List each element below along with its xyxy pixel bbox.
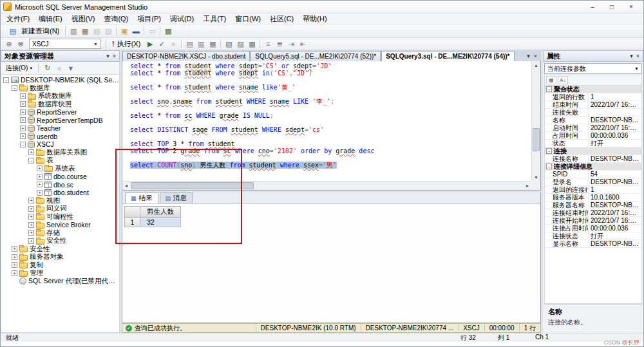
tree-item[interactable]: +服务器对象 xyxy=(1,253,119,261)
tree-item[interactable]: -DESKTOP-NBME2IK (SQL Server 10.0.160 xyxy=(1,76,119,84)
results-tab[interactable]: ▦结果 xyxy=(125,192,158,203)
analysis-services-mdx-query-icon[interactable]: ▦ xyxy=(79,26,91,36)
expand-icon[interactable]: + xyxy=(28,214,34,220)
tree-item[interactable]: +安全性 xyxy=(1,237,119,245)
menu-item[interactable]: 视图(V) xyxy=(67,14,100,24)
expand-icon[interactable]: + xyxy=(28,238,34,244)
grid-corner-cell[interactable] xyxy=(125,207,140,218)
code-line[interactable]: select DISTINCT sage FROM student WHERE … xyxy=(130,126,531,133)
expand-icon[interactable]: + xyxy=(28,230,34,236)
results-tab[interactable]: ▤消息 xyxy=(160,192,193,203)
query-options-icon[interactable]: ▥ xyxy=(195,39,207,49)
categorized-icon[interactable]: ▦ xyxy=(546,76,556,84)
connect-button[interactable]: 连接(O) ▾ xyxy=(3,63,35,73)
tree-item[interactable]: -表 xyxy=(1,156,119,165)
collapse-icon[interactable]: - xyxy=(546,148,552,154)
chevron-down-icon[interactable]: ▾ xyxy=(630,53,633,59)
filter-icon[interactable]: ▼ xyxy=(65,63,77,73)
scroll-down-icon[interactable]: ▼ xyxy=(532,173,540,181)
maximize-icon[interactable]: □ xyxy=(602,2,621,12)
collapse-icon[interactable]: - xyxy=(12,85,17,91)
expand-icon[interactable]: + xyxy=(12,270,17,276)
scroll-up-icon[interactable]: ▲ xyxy=(532,61,540,69)
horizontal-scroll-thumb[interactable] xyxy=(131,182,254,189)
show-estimated-plan-icon[interactable]: ▤ xyxy=(184,39,195,49)
editor-vertical-scrollbar[interactable]: ▲ ▼ xyxy=(531,61,540,181)
results-to-grid-icon[interactable]: ▨ xyxy=(234,39,246,49)
tree-item[interactable]: +同义词 xyxy=(1,205,119,213)
tree-item[interactable]: SQL Server 代理(已禁用代理 XP) xyxy=(1,277,119,286)
tree-item[interactable]: +可编程性 xyxy=(1,213,119,221)
alphabetical-icon[interactable]: A↓ xyxy=(558,76,568,84)
editor-tab[interactable]: SQLQuery3.sql - DE...ME2IK\20774 (54))* xyxy=(381,51,514,61)
grid-row-number[interactable]: 1 xyxy=(125,218,140,227)
menu-item[interactable]: 查询(Q) xyxy=(99,14,133,24)
menu-item[interactable]: 文件(F) xyxy=(2,14,34,24)
indent-icon[interactable]: ⇥ xyxy=(285,39,297,49)
outdent-icon[interactable]: ⇤ xyxy=(297,39,308,49)
properties-object-combo[interactable]: 当前连接参数 ▼ xyxy=(544,63,642,74)
debug-icon[interactable]: ▶ xyxy=(144,39,156,49)
code-line[interactable] xyxy=(130,91,531,98)
activity-monitor-icon[interactable]: ▩ xyxy=(162,26,174,36)
tree-item[interactable]: +系统数据库 xyxy=(1,92,119,100)
expand-icon[interactable]: + xyxy=(28,206,34,212)
uncomment-icon[interactable]: ≣ xyxy=(274,39,285,49)
code-line[interactable]: select * from student where sdept in('CS… xyxy=(130,70,531,77)
code-line[interactable] xyxy=(130,77,531,84)
tree-item[interactable]: +数据库关系图 xyxy=(1,149,119,157)
menu-item[interactable]: 项目(P) xyxy=(133,14,166,24)
grid-column-header[interactable]: 男生人数 xyxy=(140,207,181,218)
minimize-icon[interactable]: – xyxy=(583,2,602,12)
tree-item[interactable]: +Teacher xyxy=(1,124,119,133)
tree-item[interactable]: +ReportServerTempDB xyxy=(1,117,119,125)
expand-icon[interactable]: + xyxy=(12,246,17,252)
tree-item[interactable]: +数据库快照 xyxy=(1,100,119,109)
expand-icon[interactable]: + xyxy=(37,190,43,196)
available-databases-combo[interactable]: XSCJ ▼ xyxy=(29,39,101,49)
expand-icon[interactable]: + xyxy=(20,93,26,99)
code-line[interactable]: select * from student where sdept='CS' o… xyxy=(130,62,531,70)
close-icon[interactable]: × xyxy=(621,2,641,12)
intellisense-enabled-icon[interactable]: ▦ xyxy=(207,39,218,49)
parse-icon[interactable]: ✓ xyxy=(156,39,167,49)
close-document-icon[interactable]: × xyxy=(534,53,537,59)
tree-item[interactable]: +复制 xyxy=(1,261,119,270)
expand-icon[interactable]: + xyxy=(12,254,17,260)
tree-item[interactable]: +安全性 xyxy=(1,245,119,254)
collapse-icon[interactable]: - xyxy=(546,164,552,169)
sql-code-area[interactable]: select * from student where sdept='CS' o… xyxy=(122,61,531,181)
close-icon[interactable]: × xyxy=(113,53,116,59)
expand-icon[interactable]: + xyxy=(20,101,26,107)
tree-item[interactable]: +Service Broker xyxy=(1,221,119,229)
collapse-icon[interactable]: - xyxy=(28,158,34,164)
code-line[interactable]: select * from student where sname like'黄… xyxy=(130,84,531,91)
editor-tab[interactable]: SQLQuery5.sql - DE...ME2IK\20774 (52))* xyxy=(251,51,381,61)
change-connection-icon[interactable]: ⊗ xyxy=(15,39,26,49)
tree-item[interactable]: +ReportServer xyxy=(1,108,119,117)
expand-icon[interactable]: + xyxy=(28,198,34,203)
scroll-left-icon[interactable]: ◄ xyxy=(122,182,130,190)
scroll-right-icon[interactable]: ► xyxy=(524,182,531,190)
code-line[interactable] xyxy=(130,105,531,112)
collapse-icon[interactable]: - xyxy=(546,86,552,92)
expand-icon[interactable]: + xyxy=(37,165,43,171)
refresh-icon[interactable]: ↻ xyxy=(42,63,53,73)
tree-item[interactable]: +存储 xyxy=(1,229,119,238)
code-line[interactable] xyxy=(130,133,531,140)
comment-icon[interactable]: ≡ xyxy=(262,39,274,49)
menu-item[interactable]: 社区(C) xyxy=(265,14,298,24)
expand-icon[interactable]: + xyxy=(20,133,26,139)
expand-icon[interactable]: + xyxy=(12,262,17,268)
database-engine-query-icon[interactable]: ▥ xyxy=(68,26,79,36)
expand-icon[interactable]: + xyxy=(20,109,26,115)
menu-item[interactable]: 帮助(H) xyxy=(298,14,331,24)
property-row[interactable]: 显示名称DESKTOP-NBME2IK xyxy=(545,240,641,248)
code-line[interactable]: select TOP 2 grade from sc where cno='21… xyxy=(130,147,531,155)
expand-icon[interactable]: + xyxy=(37,182,43,187)
chevron-down-icon[interactable]: ▾ xyxy=(106,53,109,59)
editor-horizontal-scrollbar[interactable]: ◄ ► xyxy=(122,181,531,190)
expand-icon[interactable]: + xyxy=(37,174,43,180)
tree-item[interactable]: +dbo.sc xyxy=(1,181,119,189)
tree-item[interactable]: +dbo.student xyxy=(1,189,119,197)
